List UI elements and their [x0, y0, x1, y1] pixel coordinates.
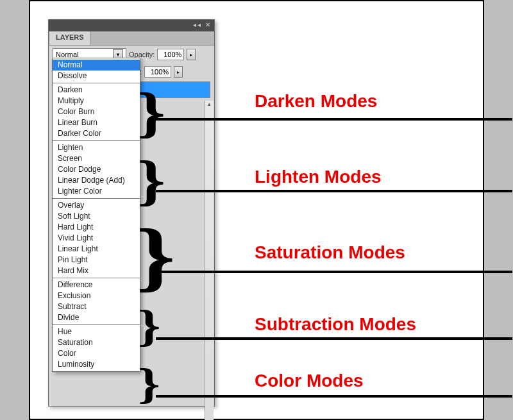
- blend-option-multiply[interactable]: Multiply: [53, 96, 140, 106]
- annotation-line: [156, 395, 512, 398]
- annotation-line: [156, 118, 512, 121]
- blend-option-dissolve[interactable]: Dissolve: [53, 71, 140, 81]
- blend-option-darker-color[interactable]: Darker Color: [53, 128, 140, 139]
- blend-option-luminosity[interactable]: Luminosity: [53, 359, 140, 370]
- blend-option-soft-light[interactable]: Soft Light: [53, 211, 140, 222]
- blend-option-subtract[interactable]: Subtract: [53, 301, 140, 312]
- blend-option-linear-burn[interactable]: Linear Burn: [53, 117, 140, 128]
- annotation-line: [156, 190, 512, 192]
- annotation-label: Darken Modes: [255, 91, 377, 112]
- blend-option-divide[interactable]: Divide: [53, 312, 140, 323]
- blend-option-color-dodge[interactable]: Color Dodge: [53, 164, 140, 175]
- blend-option-hard-mix[interactable]: Hard Mix: [53, 265, 140, 276]
- blend-option-linear-dodge-add-[interactable]: Linear Dodge (Add): [53, 175, 140, 186]
- fill-field[interactable]: 100%: [144, 66, 171, 78]
- blend-option-hard-light[interactable]: Hard Light: [53, 222, 140, 233]
- opacity-stepper[interactable]: ▸: [187, 49, 196, 60]
- blend-option-saturation[interactable]: Saturation: [53, 337, 140, 348]
- bracket-icon: }: [138, 304, 161, 349]
- blend-option-linear-light[interactable]: Linear Light: [53, 244, 140, 255]
- blend-option-overlay[interactable]: Overlay: [53, 200, 140, 211]
- tab-row: LAYERS: [49, 31, 214, 46]
- annotation-label: Lighten Modes: [255, 167, 382, 187]
- blend-option-exclusion[interactable]: Exclusion: [53, 290, 140, 301]
- blend-option-vivid-light[interactable]: Vivid Light: [53, 233, 140, 244]
- panel-controls-icon[interactable]: ◂◂ ✕: [193, 21, 212, 28]
- blend-option-hue[interactable]: Hue: [53, 326, 140, 337]
- bracket-icon: }: [138, 362, 160, 405]
- blend-option-screen[interactable]: Screen: [53, 153, 140, 164]
- chevron-up-icon[interactable]: ▴: [205, 101, 214, 107]
- opacity-field[interactable]: 100%: [157, 49, 184, 60]
- annotation-line: [156, 271, 512, 273]
- page: ◂◂ ✕ LAYERS Normal ▼ Opacity: 100% ▸ Fil…: [29, 0, 484, 420]
- annotation-label: Subtraction Modes: [255, 314, 416, 335]
- annotation-label: Color Modes: [255, 371, 364, 391]
- blend-mode-list[interactable]: NormalDissolveDarkenMultiplyColor BurnLi…: [52, 58, 140, 372]
- bracket-icon: }: [137, 153, 165, 208]
- panel-titlebar: ◂◂ ✕: [49, 20, 214, 31]
- annotation-line: [156, 337, 512, 340]
- blend-option-darken[interactable]: Darken: [53, 85, 140, 96]
- blend-option-lighten[interactable]: Lighten: [53, 142, 140, 153]
- blend-option-lighter-color[interactable]: Lighter Color: [53, 186, 140, 197]
- blend-option-difference[interactable]: Difference: [53, 280, 140, 290]
- annotation-label: Saturation Modes: [255, 242, 405, 263]
- fill-stepper[interactable]: ▸: [174, 66, 183, 78]
- bracket-icon: }: [136, 218, 175, 295]
- blend-option-color-burn[interactable]: Color Burn: [53, 106, 140, 117]
- blend-option-pin-light[interactable]: Pin Light: [53, 255, 140, 265]
- blend-option-color[interactable]: Color: [53, 348, 140, 359]
- blend-option-normal[interactable]: Normal: [53, 60, 140, 71]
- scrollbar[interactable]: ▴: [205, 101, 214, 420]
- tab-layers[interactable]: LAYERS: [49, 31, 91, 45]
- bracket-icon: }: [137, 85, 165, 140]
